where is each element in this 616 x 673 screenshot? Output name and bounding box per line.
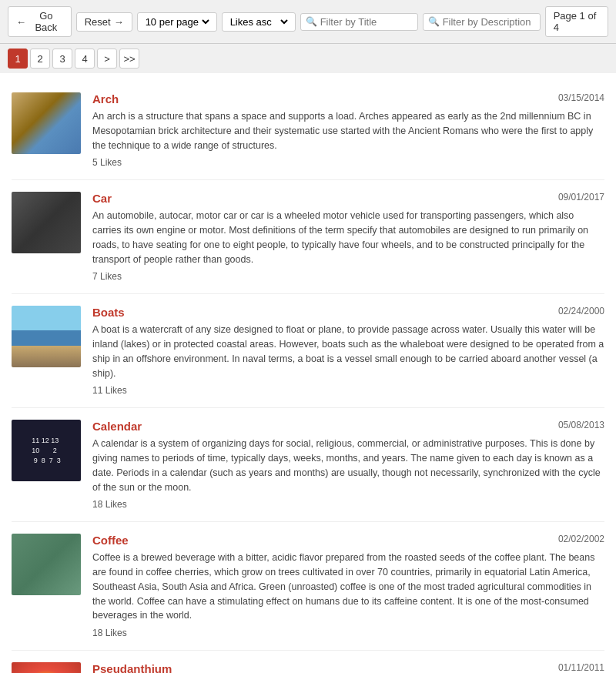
article-list: Arch03/15/2014An arch is a structure tha…	[0, 73, 616, 673]
article-date-arch: 03/15/2014	[558, 92, 604, 103]
article-header-calendar: Calendar05/08/2013	[92, 420, 604, 433]
article-content-pseudanthium: Pseudanthium01/11/2011A pseudanthium (Gr…	[92, 662, 604, 673]
thumb-image-pseudanthium	[12, 662, 81, 673]
page-info: Page 1 of 4	[545, 6, 608, 37]
top-toolbar: ← Go Back Reset → 10 per page 25 per pag…	[0, 0, 616, 44]
title-search-icon: 🔍	[306, 16, 317, 27]
article-item-pseudanthium: Pseudanthium01/11/2011A pseudanthium (Gr…	[12, 651, 604, 673]
reset-label: Reset	[85, 16, 111, 28]
article-thumb-coffee	[12, 534, 81, 595]
page-btn-2[interactable]: 2	[30, 49, 50, 69]
article-header-pseudanthium: Pseudanthium01/11/2011	[92, 662, 604, 673]
article-header-car: Car09/01/2017	[92, 192, 604, 205]
article-likes-calendar: 18 Likes	[92, 499, 604, 510]
article-title-boats[interactable]: Boats	[92, 306, 125, 319]
per-page-select-wrap[interactable]: 10 per page 25 per page 50 per page	[137, 12, 217, 32]
article-item-arch: Arch03/15/2014An arch is a structure tha…	[12, 81, 604, 180]
article-desc-car: An automobile, autocar, motor car or car…	[92, 209, 604, 266]
thumb-image-arch	[12, 92, 81, 154]
article-thumb-boats	[12, 306, 81, 367]
article-desc-boats: A boat is a watercraft of any size desig…	[92, 323, 604, 380]
sort-select[interactable]: Likes asc Likes desc Date asc Date desc	[227, 15, 290, 28]
article-title-arch[interactable]: Arch	[92, 92, 119, 105]
article-date-boats: 02/24/2000	[558, 306, 604, 316]
title-search-wrap: 🔍	[300, 13, 418, 31]
reset-icon: →	[114, 16, 124, 28]
article-item-boats: Boats02/24/2000A boat is a watercraft of…	[12, 294, 604, 408]
article-header-boats: Boats02/24/2000	[92, 306, 604, 319]
article-header-coffee: Coffee02/02/2002	[92, 534, 604, 547]
article-content-coffee: Coffee02/02/2002Coffee is a brewed bever…	[92, 534, 604, 638]
title-filter-input[interactable]	[320, 16, 413, 28]
desc-search-icon: 🔍	[428, 16, 440, 27]
top-pagination: 1 2 3 4 > >>	[0, 44, 616, 73]
article-date-pseudanthium: 01/11/2011	[558, 662, 604, 673]
article-date-calendar: 05/08/2013	[558, 420, 604, 430]
page-btn-1[interactable]: 1	[8, 49, 28, 69]
sort-select-wrap[interactable]: Likes asc Likes desc Date asc Date desc	[222, 12, 296, 32]
article-likes-arch: 5 Likes	[92, 157, 604, 168]
reset-button[interactable]: Reset →	[76, 12, 132, 32]
article-title-calendar[interactable]: Calendar	[92, 420, 142, 433]
page-next-btn[interactable]: >	[97, 49, 117, 69]
page-btn-3[interactable]: 3	[52, 49, 72, 69]
desc-search-wrap: 🔍	[423, 13, 541, 31]
article-thumb-pseudanthium	[12, 662, 81, 673]
article-item-car: Car09/01/2017An automobile, autocar, mot…	[12, 180, 604, 294]
thumb-image-calendar: 11 12 1310 2 9 8 7 3	[12, 420, 81, 481]
thumb-image-coffee	[12, 534, 81, 595]
article-content-car: Car09/01/2017An automobile, autocar, mot…	[92, 192, 604, 282]
article-content-boats: Boats02/24/2000A boat is a watercraft of…	[92, 306, 604, 396]
article-likes-coffee: 18 Likes	[92, 628, 604, 638]
back-label: Go Back	[29, 10, 63, 33]
article-title-car[interactable]: Car	[92, 192, 112, 205]
article-item-coffee: Coffee02/02/2002Coffee is a brewed bever…	[12, 522, 604, 651]
article-header-arch: Arch03/15/2014	[92, 92, 604, 105]
thumb-image-boats	[12, 306, 81, 367]
article-thumb-arch	[12, 92, 81, 154]
article-thumb-calendar: 11 12 1310 2 9 8 7 3	[12, 420, 81, 481]
back-arrow-icon: ←	[16, 16, 26, 28]
article-desc-coffee: Coffee is a brewed beverage with a bitte…	[92, 551, 604, 623]
article-title-coffee[interactable]: Coffee	[92, 534, 129, 547]
article-desc-arch: An arch is a structure that spans a spac…	[92, 109, 604, 152]
thumb-image-car	[12, 192, 81, 253]
article-likes-car: 7 Likes	[92, 271, 604, 282]
article-desc-calendar: A calendar is a system of organizing day…	[92, 437, 604, 494]
back-button[interactable]: ← Go Back	[8, 6, 72, 37]
article-thumb-car	[12, 192, 81, 253]
article-content-calendar: Calendar05/08/2013A calendar is a system…	[92, 420, 604, 510]
page-last-btn[interactable]: >>	[119, 49, 139, 69]
article-likes-boats: 11 Likes	[92, 385, 604, 396]
article-date-car: 09/01/2017	[558, 192, 604, 203]
article-content-arch: Arch03/15/2014An arch is a structure tha…	[92, 92, 604, 168]
per-page-select[interactable]: 10 per page 25 per page 50 per page	[142, 15, 212, 28]
desc-filter-input[interactable]	[443, 16, 535, 28]
article-item-calendar: 11 12 1310 2 9 8 7 3Calendar05/08/2013A …	[12, 408, 604, 522]
article-date-coffee: 02/02/2002	[558, 534, 604, 544]
page-btn-4[interactable]: 4	[75, 49, 95, 69]
article-title-pseudanthium[interactable]: Pseudanthium	[92, 662, 172, 673]
